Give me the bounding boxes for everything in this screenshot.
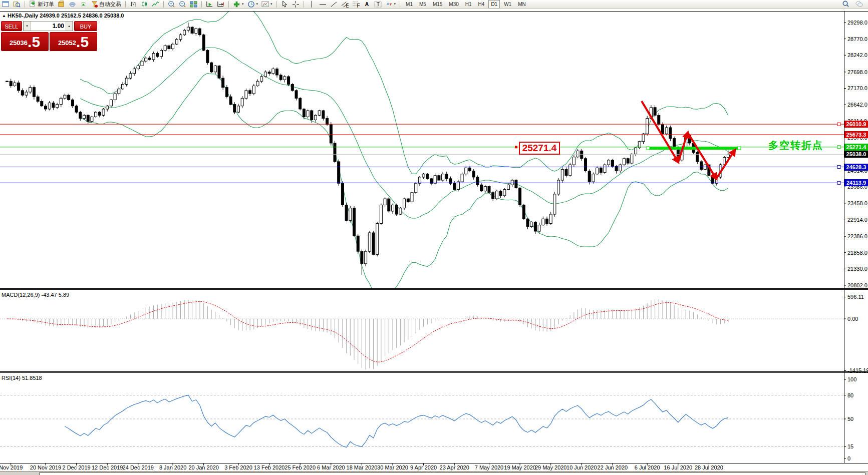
sell-price-pip: .5 <box>28 35 40 50</box>
main-chart-panel <box>0 5 844 296</box>
bottom-tab-strip <box>0 471 868 475</box>
periods-icon[interactable]: ▾ <box>246 1 259 8</box>
trendline-icon[interactable] <box>329 1 339 8</box>
equidistant-channel-icon[interactable]: E <box>340 1 350 8</box>
dropdown-arrow-icon[interactable]: ▾ <box>394 2 396 6</box>
toolbar-separator <box>201 1 202 8</box>
crosshair-icon[interactable] <box>291 1 301 8</box>
trend-arrow[interactable] <box>688 133 716 179</box>
timeframe-button-mn[interactable]: MN <box>515 0 528 9</box>
line-handle[interactable] <box>837 146 840 149</box>
chat-icon[interactable] <box>854 1 864 8</box>
price-axis-tick: 23458.0 <box>847 200 867 206</box>
indicators-icon[interactable]: ▾ <box>232 1 245 8</box>
tile-windows-icon[interactable] <box>189 1 198 8</box>
price-axis-tick: 29298.0 <box>847 20 867 26</box>
text-label-icon[interactable]: T <box>373 1 383 8</box>
callout-anchor-handle[interactable] <box>515 146 517 148</box>
text-icon[interactable]: A <box>362 1 372 8</box>
dropdown-arrow-icon[interactable]: ▾ <box>256 2 258 6</box>
price-level-tag: 24628.3 <box>844 164 868 171</box>
cursor-icon[interactable] <box>280 1 290 8</box>
ohlc-low: 24836.0 <box>83 13 103 19</box>
candles-layer <box>6 23 730 275</box>
timeframe-button-m1[interactable]: M1 <box>403 0 415 9</box>
volume-input[interactable] <box>31 22 66 31</box>
price-axis-tick: 28770.0 <box>847 36 867 42</box>
dropdown-arrow-icon[interactable]: ▾ <box>242 2 244 6</box>
download-center-icon[interactable] <box>57 1 66 8</box>
collapse-triangle-icon[interactable]: ▲ <box>2 14 6 18</box>
chart-window-glyph <box>2 1 10 8</box>
line-handle[interactable] <box>837 181 840 184</box>
new-order-button[interactable]: 新订单 <box>28 1 55 8</box>
svg-text:T: T <box>376 2 380 7</box>
zoom-in-icon[interactable] <box>167 1 176 8</box>
timeframe-button-w1[interactable]: W1 <box>501 0 514 9</box>
symbol-period-label: HK50-,Daily <box>8 13 38 19</box>
timeframe-button-d1[interactable]: D1 <box>488 0 500 9</box>
date-axis-label: 30 Mar 2020 <box>377 464 408 470</box>
candlestick-chart-icon[interactable] <box>140 1 149 8</box>
search-icon[interactable] <box>841 1 850 8</box>
profile-chart-icon[interactable] <box>12 1 22 8</box>
line-handle[interactable] <box>837 166 840 169</box>
fibonacci-icon[interactable]: F <box>351 1 361 8</box>
zoom-out-icon[interactable] <box>178 1 187 8</box>
turning-point-highlight-line[interactable] <box>648 147 739 150</box>
shapes-glyph <box>385 1 393 8</box>
toolbar-separator <box>276 1 277 8</box>
date-axis-label: 18 Mar 2020 <box>347 464 378 470</box>
signals-icon[interactable] <box>79 1 88 8</box>
vertical-line-icon[interactable] <box>307 1 317 8</box>
bollinger-middle-band <box>80 48 728 218</box>
chart-canvas[interactable]: 29298.028770.028242.027698.027170.026642… <box>0 0 868 475</box>
price-callout-box[interactable]: 25271.4 <box>519 142 560 155</box>
price-axis-tick: 27698.0 <box>847 69 867 75</box>
template-glyph <box>261 1 269 8</box>
horizontal-line-icon[interactable] <box>318 1 328 8</box>
date-axis-label: 16 Jul 2020 <box>664 464 692 470</box>
auto-trading-button-label: 自动交易 <box>99 1 121 8</box>
price-axis-tick: 27170.0 <box>847 85 867 91</box>
turning-point-annotation[interactable]: 多空转折点 <box>768 139 823 152</box>
macd-axis-tick: -1415.19 <box>847 367 868 373</box>
buy-button[interactable]: BUY <box>74 21 97 31</box>
periods-glyph <box>247 1 255 8</box>
line-handle[interactable] <box>837 123 840 126</box>
timeframe-button-h1[interactable]: H1 <box>463 0 474 9</box>
buy-price-main: 25052 <box>58 37 76 50</box>
line-chart-icon[interactable] <box>151 1 160 8</box>
date-axis-label: 3 Feb 2020 <box>224 464 252 470</box>
tiles-glyph <box>190 1 197 8</box>
auto-trading-button[interactable]: 自动交易 <box>90 1 122 8</box>
dropdown-arrow-icon[interactable]: ▾ <box>270 2 272 6</box>
ohlc-open: 24939.0 <box>40 13 60 19</box>
bar-chart-icon[interactable] <box>129 1 138 8</box>
sell-price-display[interactable]: 25036.5 <box>1 32 49 51</box>
volume-down-button[interactable]: ▼ <box>24 22 31 31</box>
toolbar-separator <box>125 1 126 8</box>
timeframe-button-m15[interactable]: M15 <box>430 0 445 9</box>
chart-tab-bar[interactable] <box>39 472 865 475</box>
rsi-axis-tick: 100 <box>847 376 856 382</box>
sell-button[interactable]: SELL <box>1 21 22 31</box>
timeframe-button-m5[interactable]: M5 <box>417 0 429 9</box>
sell-price-main: 25036 <box>10 37 28 50</box>
templates-icon[interactable]: ▾ <box>260 1 273 8</box>
volume-up-button[interactable]: ▲ <box>66 22 73 31</box>
chart-window-icon[interactable] <box>1 1 11 8</box>
timeframe-button-h4[interactable]: H4 <box>476 0 487 9</box>
arrows-icon[interactable]: ▾ <box>384 1 397 8</box>
chart-shift-icon[interactable] <box>216 1 225 8</box>
timeframe-button-m30[interactable]: M30 <box>446 0 461 9</box>
price-axis-tick: 22914.0 <box>847 217 867 223</box>
rsi-axis-tick: 0 <box>847 455 850 461</box>
auto-scroll-icon[interactable] <box>205 1 214 8</box>
macd-axis-tick: 596.11 <box>847 294 864 300</box>
zoom-out-glyph <box>179 1 186 8</box>
line-handle[interactable] <box>647 147 650 150</box>
buy-price-display[interactable]: 25052.5 <box>50 32 97 51</box>
virtual-hosting-icon[interactable] <box>68 1 77 8</box>
line-handle[interactable] <box>738 147 741 150</box>
